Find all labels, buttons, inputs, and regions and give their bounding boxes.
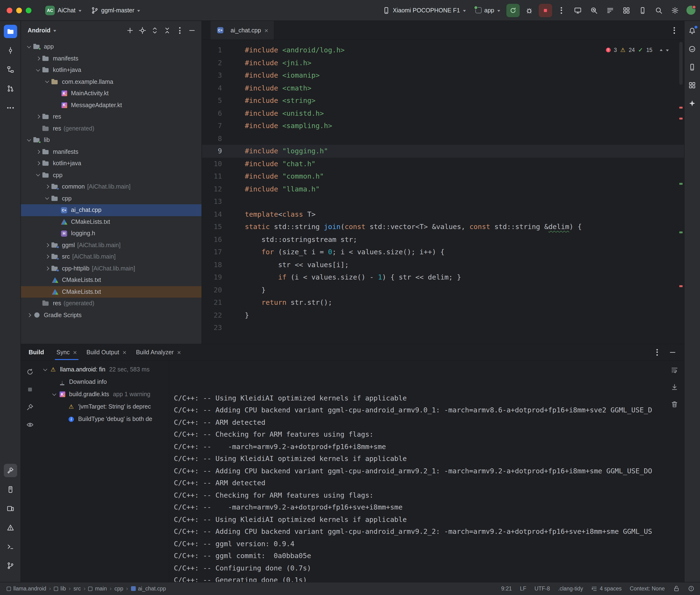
tree-item-cpp[interactable]: cpp — [21, 193, 201, 204]
tree-item-messageadapter-kt[interactable]: KMessageAdapter.kt — [21, 99, 201, 111]
add-button[interactable] — [124, 25, 136, 36]
error-stripe-mark[interactable] — [679, 285, 682, 287]
breadcrumb-llama-android[interactable]: llama.android — [7, 586, 46, 591]
status-item-utf-8[interactable]: UTF-8 — [534, 586, 550, 591]
chevron-down-icon[interactable] — [25, 43, 33, 51]
debug-button[interactable] — [522, 4, 536, 17]
notifications-button[interactable] — [686, 25, 698, 37]
close-tab-icon[interactable]: × — [73, 349, 77, 356]
tree-item-common[interactable]: common[AiChat.lib.main] — [21, 181, 201, 193]
breadcrumb-src[interactable]: src — [74, 586, 81, 591]
error-stripe-mark[interactable] — [679, 118, 682, 119]
hide-build-panel-button[interactable] — [667, 346, 678, 358]
tree-item-gradle-scripts[interactable]: Gradle Scripts — [21, 309, 201, 321]
run-button[interactable] — [506, 4, 520, 17]
chevron-down-icon[interactable] — [43, 78, 51, 86]
tree-item-kotlin-java[interactable]: kotlin+java — [21, 64, 201, 76]
search-everywhere-button[interactable] — [652, 4, 665, 17]
ai-assistant-tool-window-button[interactable] — [686, 97, 698, 110]
device-selector[interactable]: Xiaomi POCOPHONE F1 — [379, 4, 469, 16]
chevron-right-icon[interactable] — [43, 264, 51, 273]
build-tree-item-llama-android-fin[interactable]: ⚠llama.android: fin22 sec, 583 ms — [39, 363, 169, 376]
chevron-down-icon[interactable] — [41, 366, 49, 374]
tree-item-res[interactable]: res(generated) — [21, 123, 201, 134]
tree-item-lib[interactable]: lib — [21, 134, 201, 146]
user-avatar[interactable] — [686, 6, 695, 15]
project-selector[interactable]: AC AiChat — [42, 4, 85, 17]
problems-tool-window-button[interactable] — [4, 521, 17, 534]
tree-item-com-example-llama[interactable]: com.example.llama — [21, 76, 201, 88]
chevron-down-icon[interactable] — [25, 136, 33, 144]
filter-messages-button[interactable] — [24, 419, 36, 430]
chevron-right-icon[interactable] — [34, 160, 42, 168]
breadcrumb-cpp[interactable]: cpp — [114, 586, 123, 591]
soft-wrap-button[interactable] — [669, 364, 680, 376]
window-minimize-button[interactable] — [16, 7, 22, 13]
breadcrumb-ai-chat-cpp[interactable]: ai_chat.cpp — [131, 586, 166, 591]
layout-inspector-tool-window-button[interactable] — [686, 79, 698, 91]
expand-all-button[interactable] — [149, 25, 161, 36]
build-tool-window-button[interactable] — [4, 463, 17, 477]
device-manager-tool-window-button[interactable] — [686, 61, 698, 73]
inspections-widget[interactable]: ! 3 ⚠ 24 ✓ 15 — [604, 43, 670, 57]
pull-requests-tool-window-button[interactable] — [4, 82, 17, 95]
build-tab-sync[interactable]: Sync× — [52, 344, 82, 360]
chevron-right-icon[interactable] — [43, 183, 51, 191]
chevron-right-icon[interactable] — [34, 113, 42, 121]
gradle-tool-window-button[interactable] — [686, 43, 698, 55]
commit-tool-window-button[interactable] — [4, 44, 17, 57]
chevron-down-icon[interactable] — [34, 171, 42, 179]
scroll-to-end-button[interactable] — [669, 381, 680, 393]
build-tree-item-download-info[interactable]: ↓Download info — [39, 376, 169, 388]
build-tree-item-jvmtarget-string-is-deprec[interactable]: ⚠'jvmTarget: String' is deprec — [39, 400, 169, 413]
tree-item-cmakelists-txt[interactable]: CMakeLists.txt — [21, 274, 201, 286]
build-tree-item-buildtype-debug-is-both-de[interactable]: iBuildType 'debug' is both de — [39, 413, 169, 425]
close-tab-icon[interactable]: × — [264, 27, 268, 34]
error-stripe-mark[interactable] — [679, 107, 682, 108]
pin-button[interactable] — [24, 401, 36, 413]
profiler-button[interactable] — [587, 4, 600, 17]
device-manager-button[interactable] — [636, 4, 649, 17]
status-lock[interactable] — [673, 585, 679, 592]
chevron-right-icon[interactable] — [43, 241, 51, 249]
status-item-lf[interactable]: LF — [520, 586, 526, 591]
tree-item-cmakelists-txt[interactable]: CMakeLists.txt — [21, 286, 201, 298]
project-view-title[interactable]: Android — [28, 27, 51, 34]
tree-item-manifests[interactable]: manifests — [21, 146, 201, 158]
tree-item-src[interactable]: src[AiChat.lib.main] — [21, 251, 201, 263]
device-explorer-tool-window-button[interactable] — [4, 483, 17, 496]
running-devices-tool-window-button[interactable] — [4, 502, 17, 515]
chevron-right-icon[interactable] — [34, 55, 42, 63]
build-tree-item-build-gradle-kts[interactable]: Kbuild.gradle.ktsapp 1 warning — [39, 388, 169, 400]
build-tab-build-output[interactable]: Build Output× — [82, 344, 131, 360]
tree-item-app[interactable]: app — [21, 41, 201, 53]
tree-item-cpp-httplib[interactable]: cpp-httplib[AiChat.lib.main] — [21, 263, 201, 274]
editor-tab-ai-chat-cpp[interactable]: C+ ai_chat.cpp × — [211, 21, 274, 39]
tree-item-ai-chat-cpp[interactable]: C+ai_chat.cpp — [21, 204, 201, 216]
hide-panel-button[interactable] — [186, 25, 198, 36]
code-area[interactable]: #include <android/log.h>#include <jni.h>… — [238, 40, 684, 344]
panel-options-button[interactable] — [174, 25, 185, 36]
next-problem-button[interactable] — [666, 50, 669, 52]
resync-button[interactable] — [24, 366, 36, 378]
stop-sync-button[interactable] — [24, 384, 36, 395]
status-item-context-none[interactable]: Context: None — [630, 586, 665, 591]
stop-button[interactable] — [538, 4, 552, 17]
window-zoom-button[interactable] — [26, 7, 31, 13]
close-tab-icon[interactable]: × — [177, 349, 181, 356]
tree-item-ggml[interactable]: ggml[AiChat.lib.main] — [21, 239, 201, 251]
project-tool-window-button[interactable] — [4, 25, 17, 38]
terminal-tool-window-button[interactable] — [4, 540, 17, 553]
status-indicator[interactable] — [688, 585, 694, 592]
chevron-right-icon[interactable] — [25, 311, 33, 319]
more-tool-windows-button[interactable] — [4, 101, 17, 114]
editor-options-button[interactable] — [669, 25, 680, 36]
clear-console-button[interactable] — [669, 399, 680, 410]
more-run-actions-button[interactable] — [555, 4, 568, 17]
status-item-clang-tidy[interactable]: .clang-tidy — [558, 586, 583, 591]
editor-scrollbar[interactable] — [679, 42, 682, 85]
status-item-4-spaces[interactable]: 4 spaces — [591, 586, 622, 592]
error-stripe-mark[interactable] — [679, 183, 682, 185]
breadcrumb-lib[interactable]: lib — [54, 586, 66, 591]
chevron-down-icon[interactable] — [50, 390, 58, 398]
